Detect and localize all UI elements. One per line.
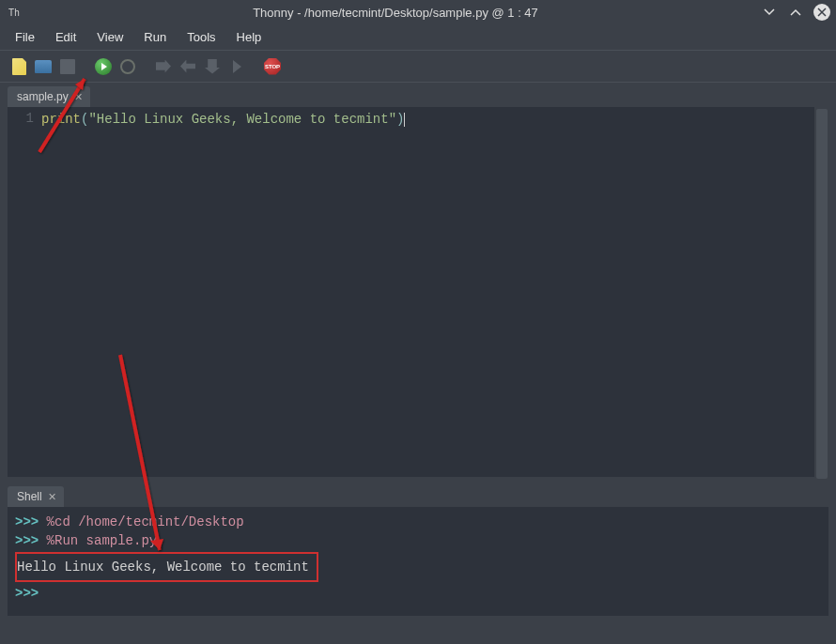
step-into-icon: [180, 60, 195, 73]
shell-tab[interactable]: Shell ✕: [8, 486, 64, 507]
shell-line-2: >>> %Run sample.py: [15, 531, 821, 550]
shell-prompt: >>>: [15, 533, 47, 548]
step-into-button[interactable]: [178, 57, 197, 76]
step-over-button[interactable]: [154, 57, 173, 76]
step-out-button[interactable]: [203, 57, 222, 76]
resume-button[interactable]: [227, 57, 246, 76]
editor-tab-sample[interactable]: sample.py ✕: [8, 86, 90, 107]
step-out-icon: [205, 59, 220, 74]
text-cursor: [404, 113, 405, 127]
shell-command: %cd /home/tecmint/Desktop: [47, 514, 244, 529]
scrollbar-thumb[interactable]: [816, 109, 828, 479]
shell-tab-close[interactable]: ✕: [48, 491, 56, 503]
editor-scrollbar[interactable]: [813, 107, 828, 477]
open-file-button[interactable]: [34, 57, 53, 76]
toolbar: STOP: [0, 51, 836, 83]
title-bar: Th Thonny - /home/tecmint/Desktop/sample…: [0, 0, 836, 24]
code-line-1[interactable]: print("Hello Linux Geeks, Welcome to tec…: [41, 111, 813, 129]
bug-icon: [120, 59, 135, 74]
shell-tab-row: Shell ✕: [0, 483, 836, 507]
close-button[interactable]: [813, 4, 830, 21]
line-number: 1: [8, 111, 34, 126]
shell-command: %Run sample.py: [47, 533, 158, 548]
new-file-button[interactable]: [9, 57, 28, 76]
minimize-button[interactable]: [761, 4, 778, 21]
open-folder-icon: [35, 60, 52, 73]
shell-tab-label: Shell: [17, 490, 42, 503]
menu-edit[interactable]: Edit: [46, 26, 85, 48]
stop-icon: STOP: [264, 58, 281, 75]
shell-line-prompt[interactable]: >>>: [15, 584, 821, 603]
token-string: "Hello Linux Geeks, Welcome to tecmint": [88, 112, 396, 127]
editor-tab-row: sample.py ✕: [0, 83, 836, 107]
step-over-icon: [156, 60, 171, 73]
resume-icon: [233, 60, 241, 73]
run-button[interactable]: [94, 57, 113, 76]
shell-panel[interactable]: >>> %cd /home/tecmint/Desktop >>> %Run s…: [8, 507, 828, 616]
run-icon: [95, 58, 112, 75]
token-paren-close: ): [396, 112, 404, 127]
code-editor[interactable]: 1 print("Hello Linux Geeks, Welcome to t…: [8, 107, 828, 477]
shell-output-text: Hello Linux Geeks, Welcome to tecmint: [17, 560, 309, 575]
app-icon: Th: [6, 4, 23, 21]
stop-button[interactable]: STOP: [263, 57, 282, 76]
shell-line-1: >>> %cd /home/tecmint/Desktop: [15, 513, 821, 531]
save-button[interactable]: [58, 57, 77, 76]
menu-view[interactable]: View: [87, 26, 132, 48]
window-controls: [761, 4, 830, 21]
shell-prompt: >>>: [15, 586, 47, 601]
shell-output-highlighted: Hello Linux Geeks, Welcome to tecmint: [15, 552, 318, 582]
menu-file[interactable]: File: [6, 26, 44, 48]
menu-run[interactable]: Run: [134, 26, 176, 48]
line-gutter: 1: [8, 107, 41, 477]
debug-button[interactable]: [118, 57, 137, 76]
window-title: Thonny - /home/tecmint/Desktop/sample.py…: [30, 6, 761, 20]
maximize-button[interactable]: [787, 4, 804, 21]
token-function: print: [41, 112, 81, 127]
menu-bar: File Edit View Run Tools Help: [0, 24, 836, 51]
menu-help[interactable]: Help: [227, 26, 271, 48]
menu-tools[interactable]: Tools: [178, 26, 224, 48]
editor-tab-close[interactable]: ✕: [74, 91, 83, 103]
new-file-icon: [12, 58, 26, 75]
save-icon: [60, 59, 75, 74]
editor-tab-label: sample.py: [17, 90, 69, 103]
shell-prompt: >>>: [15, 514, 47, 529]
code-area[interactable]: print("Hello Linux Geeks, Welcome to tec…: [41, 107, 813, 477]
